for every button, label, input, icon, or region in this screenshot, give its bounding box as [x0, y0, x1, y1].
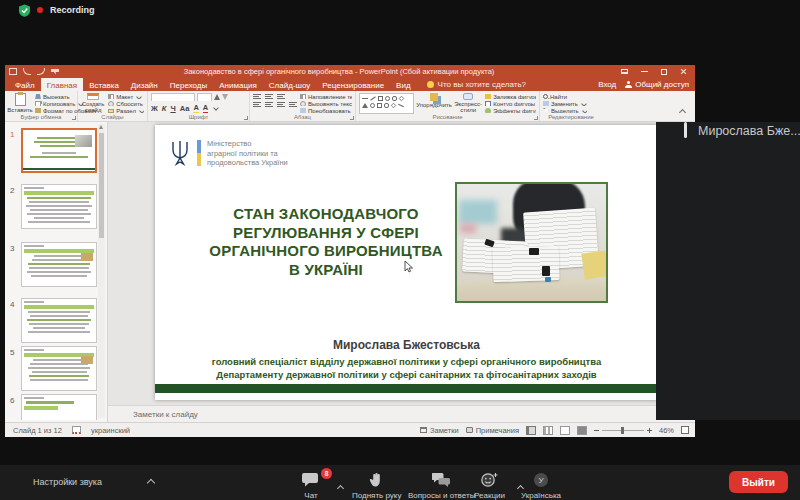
- align-text-button[interactable]: Выровнять текст: [300, 101, 352, 106]
- language-indicator[interactable]: украинский: [91, 426, 130, 435]
- notes-pane[interactable]: Заметки к слайду: [108, 405, 695, 422]
- fit-slide-icon[interactable]: [681, 426, 689, 434]
- text-highlight-button[interactable]: А: [193, 103, 198, 113]
- tab-transitions[interactable]: Переходы: [164, 78, 214, 91]
- tab-view[interactable]: Вид: [390, 78, 416, 91]
- slide-title[interactable]: СТАН ЗАКОНОДАВЧОГО РЕГУЛЮВАННЯ У СФЕРІ О…: [190, 205, 462, 279]
- layout-button[interactable]: Макет: [108, 94, 144, 99]
- collapse-ribbon-icon[interactable]: [679, 109, 686, 116]
- close-icon[interactable]: [680, 68, 687, 75]
- align-right-icon[interactable]: [277, 102, 285, 107]
- font-size-input[interactable]: [197, 93, 212, 101]
- normal-view-icon[interactable]: [526, 426, 536, 435]
- slide-thumbnail-6[interactable]: [21, 394, 97, 420]
- slide-thumbnail-1[interactable]: [21, 128, 97, 173]
- notes-toggle[interactable]: Заметки: [420, 426, 459, 435]
- comments-toggle[interactable]: Примечания: [466, 426, 519, 435]
- share-button[interactable]: Общий доступ: [625, 80, 689, 89]
- tab-slideshow[interactable]: Слайд-шоу: [263, 78, 316, 91]
- tab-home[interactable]: Главная: [41, 78, 83, 91]
- zoom-slider[interactable]: [602, 430, 644, 431]
- bold-button[interactable]: Ж: [151, 104, 158, 113]
- audio-settings-button[interactable]: Настройки звука: [33, 477, 154, 487]
- find-button[interactable]: Найти: [543, 94, 587, 99]
- align-left-icon[interactable]: [253, 102, 261, 107]
- scroll-up-icon[interactable]: [99, 125, 103, 129]
- text-direction-button[interactable]: Направление текста: [300, 94, 352, 99]
- shapes-gallery[interactable]: [359, 93, 414, 114]
- shape-outline-button[interactable]: Контур фигуры: [485, 101, 536, 106]
- zoom-out-icon[interactable]: [594, 430, 599, 431]
- drawing-dialog-launcher[interactable]: [534, 116, 538, 120]
- interpretation-language-button[interactable]: У Українська: [521, 472, 561, 500]
- editing-buttons: Найти Заменить Выделить: [543, 93, 587, 113]
- paste-button[interactable]: Вставить: [8, 93, 32, 113]
- bullets-icon[interactable]: [253, 94, 261, 99]
- raise-hand-button[interactable]: Поднять руку: [352, 472, 401, 500]
- shape-effects-button[interactable]: Эффекты фигуры: [485, 108, 536, 113]
- font-dialog-launcher[interactable]: [244, 116, 248, 120]
- tab-insert[interactable]: Вставка: [83, 78, 125, 91]
- chevron-down-icon: [136, 94, 142, 99]
- columns-icon[interactable]: [289, 102, 297, 107]
- account-area: Вход Общий доступ: [598, 78, 695, 91]
- thumbnail-scrollbar[interactable]: [98, 124, 105, 418]
- paragraph-dialog-launcher[interactable]: [350, 116, 354, 120]
- start-slideshow-icon[interactable]: [51, 69, 59, 75]
- zoom-in-icon[interactable]: [647, 428, 652, 433]
- minimize-icon[interactable]: [641, 71, 648, 72]
- select-button[interactable]: Выделить: [543, 108, 587, 113]
- zoom-slider-handle[interactable]: [621, 427, 624, 434]
- ribbon-display-options-icon[interactable]: [621, 69, 628, 74]
- scrollbar-thumb[interactable]: [99, 133, 104, 238]
- tab-file[interactable]: Файл: [9, 78, 41, 91]
- slide-thumbnail-5[interactable]: [21, 346, 97, 391]
- undo-icon[interactable]: [23, 68, 31, 75]
- align-center-icon[interactable]: [265, 102, 273, 107]
- redo-icon[interactable]: [37, 68, 45, 75]
- shape-fill-button[interactable]: Заливка фигуры: [485, 94, 536, 99]
- zoom-percentage[interactable]: 46%: [659, 426, 674, 435]
- slide-thumbnail-3[interactable]: [21, 242, 97, 287]
- qa-button[interactable]: Вопросы и ответы: [408, 472, 475, 500]
- tab-design[interactable]: Дизайн: [125, 78, 164, 91]
- reading-view-icon[interactable]: [560, 426, 570, 435]
- participant-video-tile[interactable]: [656, 122, 800, 420]
- leave-meeting-button[interactable]: Выйти: [729, 471, 788, 493]
- slide-sorter-view-icon[interactable]: [543, 426, 553, 435]
- author-name[interactable]: Мирослава Бжестовська: [155, 338, 658, 352]
- slide-photo-documents[interactable]: [455, 182, 608, 303]
- underline-button[interactable]: Ч: [170, 104, 175, 113]
- quick-styles-button[interactable]: Экспресс-стили: [454, 93, 482, 113]
- chevron-down-icon[interactable]: [213, 105, 219, 111]
- grow-font-icon[interactable]: [214, 94, 220, 100]
- tell-me-box[interactable]: Что вы хотите сделать?: [427, 78, 526, 91]
- section-button[interactable]: Раздел: [108, 108, 144, 113]
- reset-button[interactable]: Сбросить: [108, 101, 144, 106]
- arrange-button[interactable]: Упорядочить: [417, 93, 451, 113]
- new-slide-button[interactable]: Создать слайд: [81, 93, 105, 113]
- numbering-icon[interactable]: [265, 94, 273, 99]
- restore-icon[interactable]: [661, 69, 667, 75]
- tab-animations[interactable]: Анимация: [213, 78, 263, 91]
- chat-chevron-up-icon[interactable]: [337, 485, 344, 492]
- font-color-button[interactable]: А: [203, 103, 208, 113]
- font-name-input[interactable]: [151, 93, 195, 101]
- save-icon[interactable]: [9, 68, 17, 75]
- chat-button[interactable]: 8 Чат: [302, 472, 320, 500]
- replace-button[interactable]: Заменить: [543, 101, 587, 106]
- indent-icon[interactable]: [277, 94, 285, 99]
- clipboard-dialog-launcher[interactable]: [72, 116, 76, 120]
- smartart-button[interactable]: Преобразовать в SmartArt: [300, 108, 352, 113]
- chevron-up-icon[interactable]: [147, 479, 155, 487]
- change-case-button[interactable]: Аа: [180, 104, 190, 113]
- slide-thumbnail-4[interactable]: [21, 298, 97, 343]
- shrink-font-icon[interactable]: [222, 94, 228, 100]
- slideshow-view-icon[interactable]: [577, 426, 587, 435]
- tab-review[interactable]: Рецензирование: [316, 78, 390, 91]
- italic-button[interactable]: К: [162, 104, 167, 113]
- slide-thumbnail-2[interactable]: [21, 184, 97, 229]
- spellcheck-icon[interactable]: [72, 426, 81, 434]
- reactions-button[interactable]: Реакции: [474, 472, 505, 500]
- sign-in-button[interactable]: Вход: [598, 80, 616, 89]
